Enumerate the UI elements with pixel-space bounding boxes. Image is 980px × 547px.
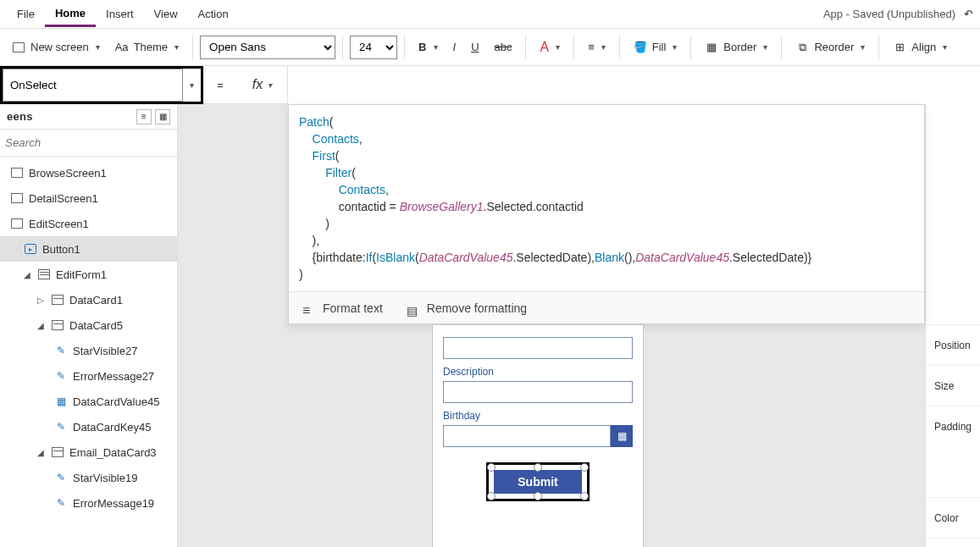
tree-item[interactable]: BrowseScreen1 [0, 160, 177, 185]
bold-button[interactable]: B▾ [412, 34, 444, 61]
text-input[interactable] [443, 337, 633, 359]
screen-icon [10, 218, 24, 229]
prop-size[interactable]: Size [926, 365, 980, 406]
list-view-icon[interactable]: ≡ [136, 109, 152, 124]
italic-button[interactable]: I [446, 34, 463, 61]
top-menubar: File Home Insert View Action App - Saved… [0, 0, 980, 29]
border-label: Border [723, 41, 756, 53]
screen-icon [10, 192, 24, 204]
chevron-down-icon: ▾ [174, 42, 179, 52]
tree-item[interactable]: ▷DataCard1 [0, 287, 177, 312]
resize-handle[interactable] [487, 492, 496, 500]
font-select[interactable]: Open Sans [200, 36, 335, 59]
menu-insert[interactable]: Insert [96, 3, 144, 25]
expander-icon[interactable]: ▷ [37, 296, 46, 305]
theme-button[interactable]: Aa Theme ▾ [108, 34, 185, 61]
tree-item-label: StarVisible19 [73, 472, 137, 484]
expander-icon[interactable]: ◢ [37, 448, 46, 457]
birthday-input[interactable] [443, 425, 611, 447]
border-button[interactable]: ▦ Border ▾ [698, 34, 774, 61]
tree-item-label: EditScreen1 [29, 218, 89, 230]
chevron-down-icon[interactable]: ▾ [183, 80, 201, 90]
tree-item-label: ErrorMessage19 [73, 497, 154, 510]
formula-row: ▾ = fx ▾ [0, 66, 980, 104]
text-align-button[interactable]: ≡▾ [581, 34, 612, 61]
tree-item-label: DataCard5 [69, 319, 123, 332]
submit-button[interactable]: Submit [494, 470, 581, 494]
reorder-icon: ⧉ [795, 41, 809, 54]
underline-button[interactable]: U [464, 34, 485, 61]
tree-item[interactable]: ◢EditForm1 [0, 262, 177, 287]
tree-item[interactable]: ◢DataCard5 [0, 312, 177, 338]
align-label: Align [911, 41, 936, 53]
resize-handle[interactable] [534, 463, 542, 472]
tree-item[interactable]: ✎ErrorMessage19 [0, 490, 177, 516]
align-icon: ≡ [588, 41, 595, 53]
submit-selection: Submit [486, 462, 589, 501]
tree-item-label: StarVisible27 [73, 345, 137, 357]
formula-editor[interactable]: Patch( Contacts, First( Filter( Contacts… [288, 104, 925, 324]
grid-view-icon[interactable]: ▦ [155, 109, 170, 124]
chevron-down-icon: ▾ [96, 42, 100, 52]
pencil-icon: ✎ [54, 472, 68, 483]
screen-icon [10, 167, 24, 179]
tree-item[interactable]: DetailScreen1 [0, 185, 177, 211]
menu-view[interactable]: View [144, 3, 188, 25]
tree-item[interactable]: ✎DataCardKey45 [0, 414, 177, 439]
fill-label: Fill [652, 41, 667, 53]
property-select-wrap: ▾ [0, 66, 203, 104]
new-screen-icon [12, 41, 25, 54]
resize-handle[interactable] [534, 492, 542, 500]
reorder-label: Reorder [814, 41, 854, 53]
fill-icon: 🪣 [634, 41, 647, 54]
remove-formatting-button[interactable]: Remove formatting [407, 300, 527, 317]
prop-color[interactable]: Color [926, 497, 980, 538]
reorder-button[interactable]: ⧉ Reorder ▾ [789, 34, 872, 61]
tree-item[interactable]: EditScreen1 [0, 211, 177, 236]
tree-item-label: DataCardKey45 [73, 421, 152, 434]
prop-position[interactable]: Position [926, 324, 980, 365]
properties-pane: Position Size Padding Color Border Borde… [925, 104, 980, 547]
font-color-button[interactable]: A▾ [533, 34, 567, 61]
prop-padding[interactable]: Padding [926, 406, 980, 446]
description-input[interactable] [443, 381, 633, 403]
tree-item[interactable]: Button1 [0, 236, 177, 262]
align-icon: ⊞ [893, 41, 906, 54]
new-screen-button[interactable]: New screen ▾ [5, 34, 107, 61]
tree-item[interactable]: ✎StarVisible27 [0, 338, 177, 363]
expander-icon[interactable]: ◢ [37, 321, 46, 330]
tree-item[interactable]: ◢Email_DataCard3 [0, 439, 177, 465]
remove-format-icon [407, 302, 420, 314]
calendar-icon: ▦ [54, 395, 68, 407]
menu-file[interactable]: File [7, 3, 45, 25]
button-icon [24, 243, 37, 255]
form-icon [37, 268, 51, 280]
font-size-select[interactable]: 24 [350, 36, 397, 59]
calendar-icon[interactable]: ▦ [611, 425, 633, 447]
fx-button[interactable]: fx ▾ [237, 66, 288, 104]
tree-item[interactable]: ✎StarVisible19 [0, 465, 177, 490]
menu-action[interactable]: Action [188, 3, 239, 25]
strike-button[interactable]: abc [488, 34, 519, 61]
search-input[interactable] [5, 133, 172, 152]
prop-border[interactable]: Border [926, 538, 980, 547]
tree-item[interactable]: ✎ErrorMessage27 [0, 363, 177, 389]
resize-handle[interactable] [580, 463, 589, 472]
property-select[interactable] [3, 69, 183, 102]
description-label: Description [443, 366, 633, 378]
resize-handle[interactable] [580, 492, 589, 500]
tree-item-label: Button1 [42, 243, 80, 256]
align-button[interactable]: ⊞ Align ▾ [886, 34, 954, 61]
birthday-label: Birthday [443, 410, 633, 422]
save-status: App - Saved (Unpublished) [815, 8, 964, 20]
format-text-button[interactable]: Format text [302, 300, 383, 317]
new-screen-label: New screen [30, 41, 89, 53]
tree-item-label: EditForm1 [56, 268, 107, 281]
pencil-icon: ✎ [54, 370, 68, 382]
menu-home[interactable]: Home [45, 2, 96, 27]
tree-item-label: DataCard1 [69, 294, 123, 307]
expander-icon[interactable]: ◢ [24, 270, 32, 279]
undo-icon[interactable]: ↶ [964, 8, 973, 20]
tree-item[interactable]: ▦DataCardValue45 [0, 389, 177, 414]
fill-button[interactable]: 🪣 Fill ▾ [627, 34, 684, 61]
